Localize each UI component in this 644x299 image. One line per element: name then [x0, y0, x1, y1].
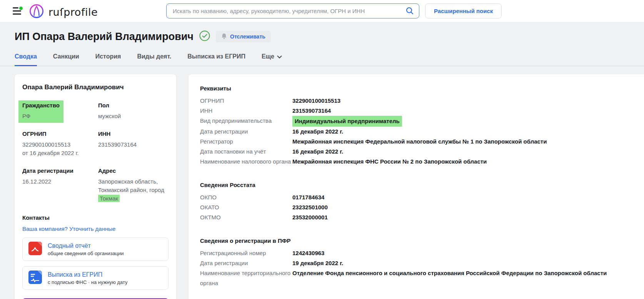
details-card: Реквизиты ОГРНИП 322900100015513 ИНН 231… [189, 74, 644, 299]
highlight-block: Гражданство РФ [18, 100, 63, 123]
highlighted-value: Индивидуальный предприниматель [292, 116, 402, 127]
egrip-extract-button[interactable]: Выписка из ЕГРИП с подписью ФНС · на нуж… [22, 266, 169, 290]
detail-row: Наименование налогового органа Межрайонн… [200, 157, 632, 167]
pdf-icon [28, 241, 42, 257]
detail-row: Регистратор Межрайонная инспекция Федера… [200, 137, 632, 147]
field-address: Адрес Запорожская область, Токмакский ра… [98, 167, 169, 203]
track-button[interactable]: Отслеживать [216, 31, 271, 42]
page-title: ИП Опара Валерий Владимирович [15, 31, 194, 43]
contacts-title: Контакты [22, 214, 169, 221]
track-button-label: Отслеживать [230, 33, 265, 40]
detail-row: ИНН 231539073164 [200, 106, 632, 116]
tab-bar: Сводка Санкции История Виды деят. Выписк… [15, 53, 282, 66]
detail-row: Наименование территориального органа Отд… [200, 268, 632, 288]
tab-more[interactable]: Еще [262, 53, 282, 66]
rusprofile-logo[interactable]: ruſprofile [28, 3, 98, 21]
highlighted-city: Токмак [98, 195, 120, 202]
profile-card: Опара Валерий Владимирович Гражданство Р… [15, 74, 176, 299]
detail-row: Вид предпринимательства Индивидуальный п… [200, 116, 632, 127]
detail-row: ОКАТО 23232501000 [200, 202, 632, 212]
content-area: Опара Валерий Владимирович Гражданство Р… [0, 66, 644, 299]
verified-icon [199, 30, 210, 43]
advanced-search-button[interactable]: Расширенный поиск [425, 3, 502, 18]
field-reg-date: Дата регистрации 16.12.2022 [22, 167, 98, 203]
search-icon[interactable] [405, 7, 414, 17]
logo-mark-icon [28, 3, 45, 21]
tab-istoriya[interactable]: История [95, 53, 121, 66]
chevron-down-icon [277, 53, 282, 60]
document-icon [28, 270, 42, 286]
section-title-rosstat: Сведения Росстата [200, 180, 632, 190]
field-citizenship: Гражданство РФ [22, 102, 98, 120]
tab-sankcii[interactable]: Санкции [53, 53, 79, 66]
update-data-link[interactable]: Ваша компания? Уточнить данные [22, 226, 169, 232]
tab-svodka[interactable]: Сводка [15, 53, 37, 66]
field-inn: ИНН 231539073164 [98, 130, 169, 157]
detail-row: Регистрационный номер 1242430963 [200, 248, 632, 258]
detail-row: Дата регистрации 19 декабря 2022 г. [200, 258, 632, 268]
section-title-requisites: Реквизиты [200, 84, 632, 94]
field-gender: Пол мужской [98, 102, 169, 120]
section-title-pfr: Сведения о регистрации в ПФР [200, 236, 632, 246]
notification-dot [19, 7, 23, 10]
search-input[interactable] [166, 3, 419, 18]
bell-icon [221, 33, 227, 40]
tab-vypiska-egrip[interactable]: Выписка из ЕГРИП [187, 53, 245, 66]
detail-row: ОКПО 0171784634 [200, 192, 632, 202]
top-header: ruſprofile Расширенный поиск [0, 0, 644, 22]
person-name: Опара Валерий Владимирович [22, 84, 169, 91]
menu-icon[interactable] [13, 7, 23, 15]
detail-row: ОКТМО 23532000001 [200, 212, 632, 222]
logo-text: ruſprofile [48, 6, 98, 18]
tab-vidy-deyat[interactable]: Виды деят. [137, 53, 171, 66]
summary-report-button[interactable]: Сводный отчёт общие сведения об организа… [22, 237, 169, 261]
detail-row: Дата регистрации 16 декабря 2022 г. [200, 127, 632, 137]
title-band: ИП Опара Валерий Владимирович Отслеживат… [0, 22, 644, 66]
field-ogrnip: ОГРНИП 322900100015513 от 16 декабря 202… [22, 130, 98, 157]
detail-row: Дата постановки на учёт 16 декабря 2022 … [200, 147, 632, 157]
detail-row: ОГРНИП 322900100015513 [200, 96, 632, 106]
